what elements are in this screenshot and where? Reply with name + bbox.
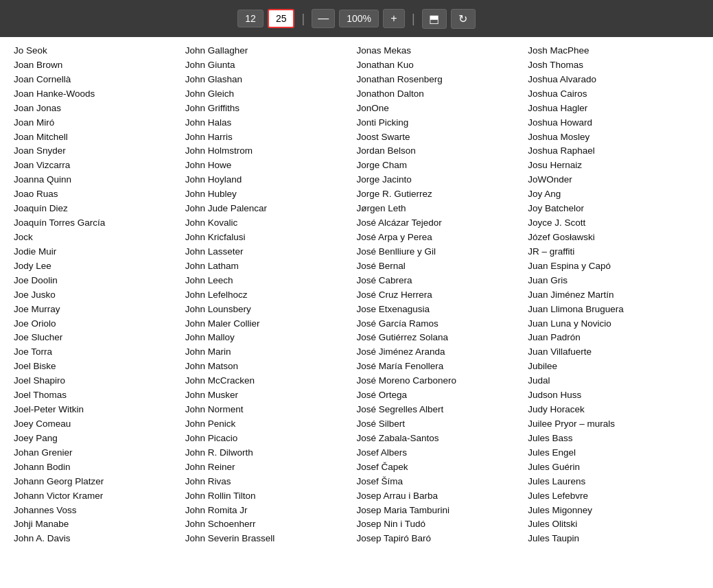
list-item[interactable]: Joel-Peter Witkin	[14, 403, 178, 417]
list-item[interactable]: Josef Čapek	[357, 460, 522, 475]
list-item[interactable]: JR – graffiti	[528, 245, 692, 259]
list-item[interactable]: John Harris	[185, 130, 350, 145]
list-item[interactable]: Juan Padrón	[528, 331, 692, 345]
list-item[interactable]: John Romita Jr	[185, 504, 350, 518]
list-item[interactable]: John Howe	[185, 158, 350, 173]
list-item[interactable]: Judson Huss	[528, 388, 692, 403]
list-item[interactable]: Jules Guérin	[528, 460, 692, 475]
list-item[interactable]: Joe Torra	[14, 345, 178, 360]
list-item[interactable]: Josh Thomas	[528, 58, 692, 73]
page-12-button[interactable]: 12	[237, 10, 264, 27]
zoom-out-button[interactable]: —	[312, 9, 335, 28]
list-item[interactable]: Jonas Mekas	[357, 44, 522, 58]
list-item[interactable]: Juan Espina y Capó	[528, 259, 692, 274]
list-item[interactable]: José Bernal	[357, 259, 522, 274]
list-item[interactable]: Joshua Cairos	[528, 87, 692, 102]
list-item[interactable]: Juan Luna y Novicio	[528, 317, 692, 331]
list-item[interactable]: John Picacio	[185, 432, 350, 446]
list-item[interactable]: Joshua Howard	[528, 116, 692, 130]
list-item[interactable]: Judy Horacek	[528, 403, 692, 417]
list-item[interactable]: José Arpa y Perea	[357, 231, 522, 245]
list-item[interactable]: Joe Oriolo	[14, 317, 178, 331]
list-item[interactable]: Johann Bodin	[14, 460, 178, 475]
list-item[interactable]: Joaquín Diez	[14, 202, 178, 216]
list-item[interactable]: Jonathon Dalton	[357, 87, 522, 102]
list-item[interactable]: John Lasseter	[185, 245, 350, 259]
list-item[interactable]: José Benlliure y Gil	[357, 245, 522, 259]
list-item[interactable]: Jules Olitski	[528, 517, 692, 532]
list-item[interactable]: Joost Swarte	[357, 130, 522, 145]
list-item[interactable]: Josep Nin i Tudó	[357, 517, 522, 532]
list-item[interactable]: John Halas	[185, 116, 350, 130]
list-item[interactable]: Jules Taupin	[528, 532, 692, 546]
list-item[interactable]: Joshua Mosley	[528, 130, 692, 145]
list-item[interactable]: José Gutiérrez Solana	[357, 331, 522, 345]
page-25-button[interactable]: 25	[268, 9, 295, 28]
list-item[interactable]: John Schoenherr	[185, 517, 350, 532]
list-item[interactable]: José Cabrera	[357, 274, 522, 288]
list-item[interactable]: Jordan Belson	[357, 144, 522, 158]
list-item[interactable]: Joanna Quinn	[14, 173, 178, 187]
list-item[interactable]: Joey Comeau	[14, 417, 178, 432]
list-item[interactable]: John Gleich	[185, 87, 350, 102]
list-item[interactable]: John R. Dilworth	[185, 446, 350, 460]
list-item[interactable]: John Matson	[185, 360, 350, 374]
list-item[interactable]: Jules Bass	[528, 432, 692, 446]
list-item[interactable]: John Marin	[185, 345, 350, 360]
list-item[interactable]: Jørgen Leth	[357, 202, 522, 216]
list-item[interactable]: John Norment	[185, 403, 350, 417]
list-item[interactable]: Joan Brown	[14, 58, 178, 73]
list-item[interactable]: Joan Miró	[14, 116, 178, 130]
list-item[interactable]: John Griffiths	[185, 102, 350, 116]
list-item[interactable]: Joyce J. Scott	[528, 216, 692, 231]
list-item[interactable]: Jonathan Kuo	[357, 58, 522, 73]
list-item[interactable]: John Malloy	[185, 331, 350, 345]
list-item[interactable]: Jorge Jacinto	[357, 173, 522, 187]
list-item[interactable]: John A. Davis	[14, 532, 178, 546]
list-item[interactable]: Juan Jiménez Martín	[528, 288, 692, 303]
list-item[interactable]: Joan Cornellà	[14, 73, 178, 87]
list-item[interactable]: Joshua Raphael	[528, 144, 692, 158]
list-item[interactable]: John Holmstrom	[185, 144, 350, 158]
list-item[interactable]: José Moreno Carbonero	[357, 374, 522, 388]
list-item[interactable]: Juan Villafuerte	[528, 345, 692, 360]
list-item[interactable]: John Glashan	[185, 73, 350, 87]
list-item[interactable]: John Rollin Tilton	[185, 489, 350, 504]
list-item[interactable]: John Gallagher	[185, 44, 350, 58]
list-item[interactable]: Jody Lee	[14, 259, 178, 274]
list-item[interactable]: John Jude Palencar	[185, 202, 350, 216]
list-item[interactable]: Johann Georg Platzer	[14, 475, 178, 489]
list-item[interactable]: Joe Doolin	[14, 274, 178, 288]
list-item[interactable]: Joe Murray	[14, 303, 178, 317]
list-item[interactable]: José Cruz Herrera	[357, 288, 522, 303]
list-item[interactable]: Joel Biske	[14, 360, 178, 374]
list-item[interactable]: Joshua Hagler	[528, 102, 692, 116]
list-item[interactable]: Juan Gris	[528, 274, 692, 288]
list-item[interactable]: Jonathan Rosenberg	[357, 73, 522, 87]
list-item[interactable]: Joaquín Torres García	[14, 216, 178, 231]
list-item[interactable]: Joao Ruas	[14, 187, 178, 202]
list-item[interactable]: Josef Albers	[357, 446, 522, 460]
list-item[interactable]: Johann Victor Kramer	[14, 489, 178, 504]
list-item[interactable]: José Jiménez Aranda	[357, 345, 522, 360]
list-item[interactable]: John Lounsbery	[185, 303, 350, 317]
list-item[interactable]: Josep Tapiró Baró	[357, 532, 522, 546]
zoom-in-button[interactable]: +	[383, 9, 405, 28]
list-item[interactable]: John Reiner	[185, 460, 350, 475]
list-item[interactable]: John Hubley	[185, 187, 350, 202]
list-item[interactable]: Josu Hernaiz	[528, 158, 692, 173]
list-item[interactable]: John Latham	[185, 259, 350, 274]
list-item[interactable]: Judal	[528, 374, 692, 388]
list-item[interactable]: John Musker	[185, 388, 350, 403]
list-item[interactable]: Joy Ang	[528, 187, 692, 202]
list-item[interactable]: Joan Snyder	[14, 144, 178, 158]
list-item[interactable]: John Penick	[185, 417, 350, 432]
list-item[interactable]: Johannes Voss	[14, 504, 178, 518]
list-item[interactable]: Josh MacPhee	[528, 44, 692, 58]
list-item[interactable]: John Rivas	[185, 475, 350, 489]
rotate-button[interactable]: ↻	[451, 9, 476, 29]
list-item[interactable]: JoWOnder	[528, 173, 692, 187]
list-item[interactable]: Jules Engel	[528, 446, 692, 460]
list-item[interactable]: John Giunta	[185, 58, 350, 73]
list-item[interactable]: José Alcázar Tejedor	[357, 216, 522, 231]
